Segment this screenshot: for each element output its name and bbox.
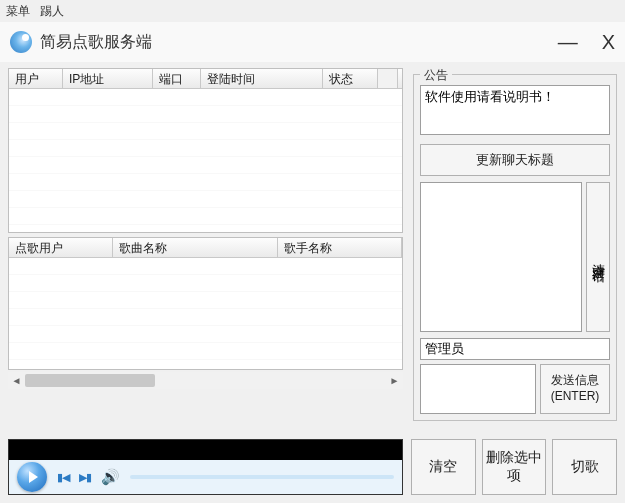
cut-song-button[interactable]: 切歌: [552, 439, 617, 495]
col-ip[interactable]: IP地址: [63, 69, 153, 88]
clear-chat-button[interactable]: 清空对话: [586, 182, 610, 332]
send-button[interactable]: 发送信息 (ENTER): [540, 364, 610, 414]
chat-log[interactable]: [420, 182, 582, 332]
announcement-label: 公告: [420, 67, 452, 84]
volume-icon[interactable]: 🔊: [101, 468, 120, 486]
scroll-left-icon[interactable]: ◄: [8, 372, 25, 389]
clear-button[interactable]: 清空: [411, 439, 476, 495]
media-player: ▮◀ ▶▮ 🔊: [8, 439, 403, 495]
users-table-body[interactable]: [9, 89, 402, 233]
delete-selected-button[interactable]: 删除选中项: [482, 439, 547, 495]
users-table[interactable]: 用户 IP地址 端口 登陆时间 状态: [8, 68, 403, 233]
menu-main[interactable]: 菜单: [6, 3, 30, 20]
col-login-time[interactable]: 登陆时间: [201, 69, 323, 88]
prev-button[interactable]: ▮◀: [57, 471, 69, 484]
message-input[interactable]: [420, 364, 536, 414]
menu-kick[interactable]: 踢人: [40, 3, 64, 20]
next-button[interactable]: ▶▮: [79, 471, 91, 484]
announcement-input[interactable]: 软件使用请看说明书！: [420, 85, 610, 135]
scroll-thumb[interactable]: [25, 374, 155, 387]
app-title: 简易点歌服务端: [40, 32, 152, 53]
minimize-button[interactable]: —: [558, 32, 578, 52]
song-queue-table[interactable]: 点歌用户 歌曲名称 歌手名称: [8, 237, 403, 370]
col-request-user[interactable]: 点歌用户: [9, 238, 113, 257]
announcement-group: 公告 软件使用请看说明书！ 更新聊天标题 清空对话 发送信息 (ENTER): [413, 74, 617, 421]
horizontal-scrollbar[interactable]: ◄ ►: [8, 372, 403, 389]
col-extra: [378, 69, 398, 88]
col-user[interactable]: 用户: [9, 69, 63, 88]
close-button[interactable]: X: [602, 32, 615, 52]
progress-track[interactable]: [130, 475, 394, 479]
col-song-name[interactable]: 歌曲名称: [113, 238, 277, 257]
admin-name-input[interactable]: [420, 338, 610, 360]
play-button[interactable]: [17, 462, 47, 492]
update-chat-title-button[interactable]: 更新聊天标题: [420, 144, 610, 176]
col-artist-name[interactable]: 歌手名称: [278, 238, 402, 257]
col-port[interactable]: 端口: [153, 69, 201, 88]
col-status[interactable]: 状态: [323, 69, 378, 88]
app-icon: [10, 31, 32, 53]
song-queue-body[interactable]: [9, 258, 402, 370]
player-display: [9, 440, 402, 460]
scroll-right-icon[interactable]: ►: [386, 372, 403, 389]
